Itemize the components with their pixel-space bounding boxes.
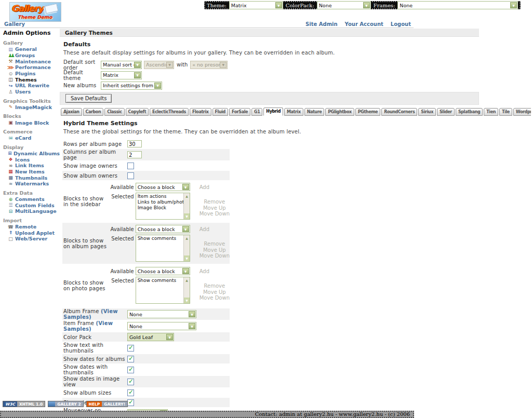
sidebar-item-new-items[interactable]: New Items <box>3 169 60 175</box>
gallery2-badge[interactable]: GALLERY 2 <box>48 401 83 407</box>
tab-fluid[interactable]: Fluid <box>212 108 228 116</box>
sidebar-item-performance[interactable]: Performance <box>3 64 60 71</box>
sidebar-item-dynamic-albums[interactable]: Dynamic Albums <box>3 151 60 157</box>
move-down-button[interactable]: Move Down <box>200 253 230 259</box>
show-dates-albums-checkbox[interactable] <box>127 356 134 362</box>
sidebar-item-thumbnails[interactable]: Thumbnails <box>3 174 60 181</box>
tab-tien[interactable]: Tien <box>484 108 498 116</box>
show-album-sizes-checkbox[interactable] <box>127 389 134 396</box>
move-down-button[interactable]: Move Down <box>200 211 230 217</box>
tab-tile[interactable]: Tile <box>499 108 512 116</box>
tab-matrix[interactable]: Matrix <box>284 108 303 116</box>
move-up-button[interactable]: Move Up <box>203 289 226 295</box>
sidebar-item-link-items[interactable]: Link Items <box>3 163 60 169</box>
sidebar-item-ecard[interactable]: eCard <box>3 135 60 141</box>
sidebar-item-image-block[interactable]: Image Block <box>3 119 60 126</box>
add-button[interactable]: Add <box>200 184 209 190</box>
logout-link[interactable]: Logout <box>391 21 411 27</box>
tab-g1[interactable]: G1 <box>251 108 262 116</box>
tab-classic[interactable]: Classic <box>104 108 124 116</box>
show-image-owners-checkbox[interactable] <box>127 163 134 169</box>
album-frame-select[interactable]: None <box>127 310 196 318</box>
color-pack-select[interactable]: Gold Leaf <box>127 333 174 341</box>
listbox-item[interactable]: Item actions <box>138 194 182 199</box>
listbox-item[interactable]: Links to album/photo peers <box>138 199 182 205</box>
show-text-thumbnails-checkbox[interactable] <box>127 345 134 352</box>
show-dates-thumbnails-checkbox[interactable] <box>127 367 134 373</box>
tab-siriux[interactable]: Siriux <box>418 108 436 116</box>
tab-splatbang[interactable]: Splatbang <box>456 108 483 116</box>
sidebar-item-maintenance[interactable]: Maintenance <box>3 58 60 64</box>
sidebar-item-web-server[interactable]: Web/Server <box>3 236 60 242</box>
your-account-link[interactable]: Your Account <box>345 21 383 27</box>
selected-blocks-listbox[interactable]: Show comments <box>136 235 190 262</box>
scrollbar[interactable] <box>183 235 190 261</box>
listbox-item[interactable]: Image Block <box>138 205 182 211</box>
new-albums-select[interactable]: Inherit settings from parent album <box>101 82 162 90</box>
breadcrumb-gallery-link[interactable]: Gallery <box>4 21 25 27</box>
gallery-logo[interactable]: Gallery Theme Demo <box>9 2 61 22</box>
colorpack-select[interactable]: None <box>317 1 371 9</box>
listbox-item[interactable]: Show comments <box>138 236 182 241</box>
available-blocks-select[interactable]: Choose a block <box>136 267 190 275</box>
sidebar-item-watermarks[interactable]: Watermarks <box>3 181 60 187</box>
show-dates-image-view-checkbox[interactable] <box>127 379 134 385</box>
sidebar-item-groups[interactable]: Groups <box>3 52 60 59</box>
sidebar-item-multilanguage[interactable]: MultiLanguage <box>3 208 60 214</box>
tab-pgtheme[interactable]: PGtheme <box>355 108 380 116</box>
theme-select[interactable]: Matrix <box>229 1 283 9</box>
save-defaults-button[interactable]: Save Defaults <box>65 94 112 103</box>
tab-copyleft[interactable]: Copyleft <box>126 108 149 116</box>
available-blocks-select[interactable]: Choose a block <box>136 183 190 191</box>
add-button[interactable]: Add <box>200 226 209 232</box>
listbox-item[interactable]: Show comments <box>138 278 182 284</box>
sidebar-item-remote[interactable]: Remote <box>3 224 60 230</box>
item-frame-select[interactable]: None <box>127 322 196 330</box>
tab-floatrix[interactable]: Floatrix <box>190 108 211 116</box>
scroll-up-icon[interactable] <box>184 193 190 199</box>
sidebar-item-users[interactable]: Users <box>3 89 60 95</box>
tab-nature[interactable]: Nature <box>304 108 325 116</box>
scrollbar[interactable] <box>183 193 190 219</box>
tab-hybrid[interactable]: Hybrid <box>263 107 283 116</box>
tab-carbon[interactable]: Carbon <box>83 108 104 116</box>
sidebar-item-imagemagick[interactable]: ImageMagick <box>3 104 60 111</box>
remove-button[interactable]: Remove <box>204 283 225 289</box>
remove-button[interactable]: Remove <box>204 241 225 247</box>
tab-pglightbox[interactable]: PGlightbox <box>325 108 354 116</box>
sidebar-item-themes[interactable]: Themes <box>3 76 60 83</box>
scroll-up-icon[interactable] <box>184 277 190 283</box>
tab-forsale[interactable]: ForSale <box>229 108 250 116</box>
move-down-button[interactable]: Move Down <box>200 295 230 301</box>
site-admin-link[interactable]: Site Admin <box>305 21 338 27</box>
remove-button[interactable]: Remove <box>204 199 225 205</box>
available-blocks-select[interactable]: Choose a block <box>136 225 190 233</box>
selected-blocks-listbox[interactable]: Show comments <box>136 277 190 304</box>
sidebar-item-icons[interactable]: Icons <box>3 156 60 163</box>
frames-select[interactable]: None <box>397 1 518 9</box>
add-button[interactable]: Add <box>200 268 209 274</box>
sidebar-item-custom-fields[interactable]: Custom Fields <box>3 202 60 208</box>
sort-order-select[interactable]: Manual sort order <box>101 61 142 69</box>
w3c-xhtml-badge[interactable]: W3CXHTML 1.0 <box>3 401 45 407</box>
sidebar-item-url-rewrite[interactable]: URL Rewrite <box>3 83 60 89</box>
sidebar-item-upload-applet[interactable]: Upload Applet <box>3 230 60 236</box>
move-up-button[interactable]: Move Up <box>203 205 226 211</box>
selected-blocks-listbox[interactable]: Item actions Links to album/photo peers … <box>136 193 190 220</box>
sidebar-item-plugins[interactable]: Plugins <box>3 71 60 77</box>
columns-per-page-input[interactable] <box>127 151 142 158</box>
tab-roundcorners[interactable]: RoundCorners <box>381 108 417 116</box>
tab-slider[interactable]: Slider <box>437 108 455 116</box>
scroll-down-icon[interactable] <box>184 298 190 303</box>
move-up-button[interactable]: Move Up <box>203 247 226 253</box>
scroll-up-icon[interactable] <box>184 235 190 241</box>
show-view-counts-checkbox[interactable] <box>127 399 134 406</box>
tab-ajaxian[interactable]: Ajaxian <box>61 108 82 116</box>
show-album-owners-checkbox[interactable] <box>127 172 134 179</box>
default-theme-select[interactable]: Matrix <box>101 71 142 79</box>
tab-eclecticthreads[interactable]: EclecticThreads <box>150 108 189 116</box>
sidebar-item-comments[interactable]: Comments <box>3 196 60 203</box>
sidebar-item-general[interactable]: General <box>3 46 60 52</box>
scroll-down-icon[interactable] <box>184 213 190 219</box>
scrollbar[interactable] <box>183 277 190 303</box>
